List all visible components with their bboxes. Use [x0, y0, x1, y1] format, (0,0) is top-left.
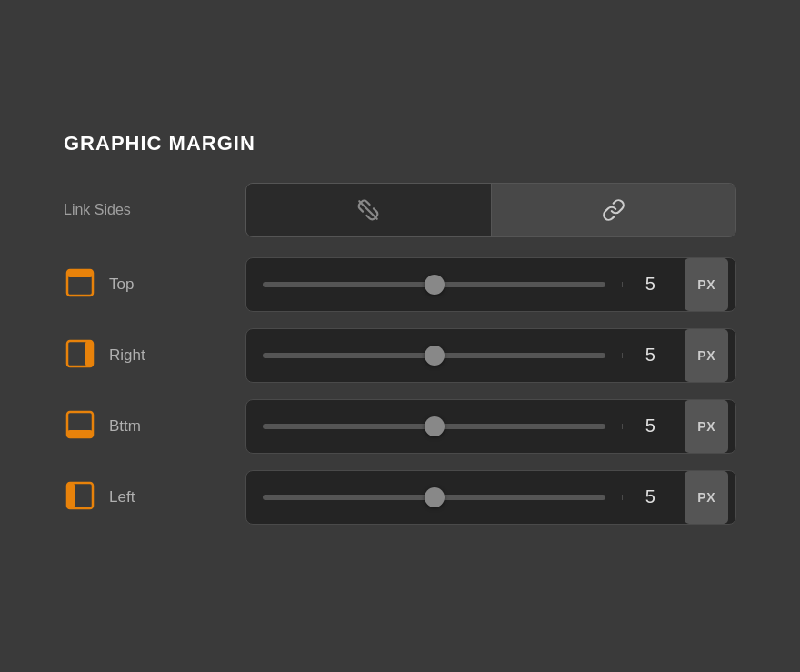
link-sides-row: Link Sides [64, 183, 736, 237]
bottom-row: Bttm 5 PX [64, 399, 736, 454]
right-control-group: 5 PX [245, 328, 736, 383]
left-row: Left 5 PX [64, 470, 736, 525]
right-label-group: Right [64, 337, 245, 374]
panel-title: GRAPHIC MARGIN [64, 132, 736, 155]
top-margin-icon [64, 266, 96, 303]
link-button[interactable] [492, 184, 736, 236]
top-slider-container [246, 282, 623, 287]
svg-rect-4 [85, 341, 93, 366]
left-slider-container [246, 495, 623, 500]
link-sides-label: Link Sides [64, 202, 131, 218]
left-unit-button[interactable]: PX [685, 471, 728, 524]
top-row: Top 5 PX [64, 257, 736, 312]
bottom-slider[interactable] [263, 424, 605, 429]
left-label: Left [109, 488, 135, 507]
left-control-group: 5 PX [245, 470, 736, 525]
bottom-control-group: 5 PX [245, 399, 736, 454]
top-label: Top [109, 276, 134, 294]
bottom-margin-icon [64, 408, 96, 445]
top-control-group: 5 PX [245, 257, 736, 312]
svg-rect-2 [67, 270, 93, 277]
svg-rect-8 [67, 483, 75, 508]
right-margin-icon [64, 337, 96, 374]
left-slider[interactable] [263, 495, 605, 500]
top-slider[interactable] [263, 282, 605, 287]
bottom-label: Bttm [109, 417, 141, 436]
right-value: 5 [623, 345, 677, 366]
bottom-unit-button[interactable]: PX [685, 400, 728, 453]
link-icon [602, 198, 625, 222]
right-slider[interactable] [263, 353, 605, 358]
top-unit-button[interactable]: PX [685, 258, 728, 311]
svg-rect-6 [67, 430, 93, 437]
bottom-slider-container [246, 424, 623, 429]
unlink-icon [356, 198, 380, 222]
top-value: 5 [623, 274, 677, 295]
bottom-value: 5 [623, 416, 677, 436]
right-label: Right [109, 346, 145, 365]
bottom-label-group: Bttm [64, 408, 245, 445]
left-margin-icon [64, 479, 96, 516]
right-row: Right 5 PX [64, 328, 736, 383]
unlink-button[interactable] [246, 184, 492, 236]
left-value: 5 [623, 486, 677, 507]
top-label-group: Top [64, 266, 245, 303]
link-sides-label-group: Link Sides [64, 202, 245, 218]
right-unit-button[interactable]: PX [685, 329, 728, 382]
graphic-margin-panel: GRAPHIC MARGIN Link Sides [27, 95, 773, 577]
left-label-group: Left [64, 479, 245, 516]
right-slider-container [246, 353, 623, 358]
link-sides-toggle-group [245, 183, 736, 237]
